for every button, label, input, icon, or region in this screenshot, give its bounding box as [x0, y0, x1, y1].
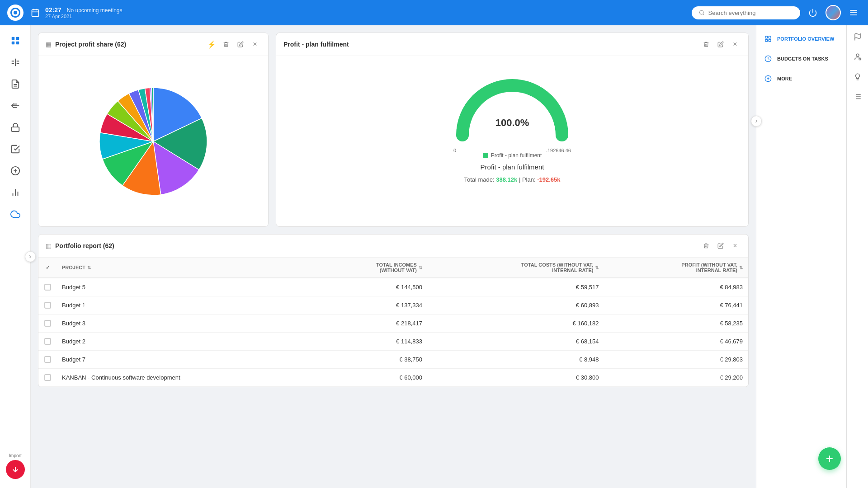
- gauge-svg: 100.0%: [453, 74, 571, 144]
- sidebar-collapse-chevron[interactable]: [25, 251, 36, 262]
- row-checkbox-cell[interactable]: [38, 278, 57, 296]
- table-row: KANBAN - Continuous software development…: [38, 369, 748, 387]
- sidebar-import-area: Import: [6, 453, 25, 483]
- more-icon: [764, 74, 773, 83]
- col-check: ✓: [38, 258, 57, 278]
- rp-portfolio-overview[interactable]: PORTFOLIO OVERVIEW: [756, 29, 846, 49]
- right-panel-items: PORTFOLIO OVERVIEW BUDGETS ON TASKS MORE: [756, 25, 846, 92]
- table-header-row: ✓ PROJECT ⇅ TOTAL INCOMES (WITHOUT VAT) …: [38, 258, 748, 278]
- table-edit-button[interactable]: [715, 240, 726, 252]
- pie-delete-button[interactable]: [220, 38, 232, 50]
- pie-edit-button[interactable]: [235, 38, 246, 50]
- row-profit: € 29,200: [604, 369, 748, 387]
- sidebar-item-dashboard[interactable]: [5, 31, 25, 51]
- gauge-widget-actions: ×: [700, 38, 741, 50]
- row-checkbox-cell[interactable]: [38, 351, 57, 369]
- power-button[interactable]: [806, 5, 820, 20]
- row-incomes: € 218,417: [314, 314, 428, 333]
- row-costs: € 8,948: [428, 351, 604, 369]
- svg-line-5: [703, 14, 704, 14]
- rp-budgets-on-tasks[interactable]: BUDGETS ON TASKS: [756, 49, 846, 69]
- row-costs: € 68,154: [428, 333, 604, 351]
- table-delete-button[interactable]: [700, 240, 712, 252]
- sidebar-item-tree[interactable]: [5, 52, 25, 72]
- table-row: Budget 2 € 114,833 € 68,154 € 46,679: [38, 333, 748, 351]
- plan-label: Plan:: [522, 176, 536, 183]
- budgets-on-tasks-icon: [764, 54, 773, 63]
- far-right-panel: [846, 25, 868, 488]
- far-right-flag-icon[interactable]: [849, 29, 866, 45]
- pie-close-button[interactable]: ×: [249, 38, 261, 50]
- import-button[interactable]: [6, 460, 25, 479]
- pie-widget-icon: ▦: [46, 41, 52, 48]
- gauge-edit-button[interactable]: [715, 38, 726, 50]
- row-project: Budget 1: [57, 296, 314, 314]
- row-incomes: € 144,500: [314, 278, 428, 296]
- svg-rect-28: [765, 36, 768, 38]
- rp-budgets-label: BUDGETS ON TASKS: [777, 56, 828, 61]
- pie-widget-header: ▦ Project profit share (62) ⚡ ×: [38, 33, 268, 56]
- gauge-body: 100.0% 0 -192646.46 Profit - plan fulfil…: [276, 56, 748, 227]
- pie-widget-title: Project profit share (62): [55, 41, 202, 48]
- table-row: Budget 3 € 218,417 € 160,182 € 58,235: [38, 314, 748, 333]
- plan-separator: |: [519, 176, 522, 183]
- far-right-user-search-icon[interactable]: [849, 49, 866, 65]
- row-profit: € 46,679: [604, 333, 748, 351]
- pie-chart-svg: [90, 78, 217, 205]
- row-checkbox-cell[interactable]: [38, 296, 57, 314]
- row-checkbox-cell[interactable]: [38, 333, 57, 351]
- row-project: Budget 2: [57, 333, 314, 351]
- main-layout: Import ▦ Project profit share (62) ⚡: [0, 25, 868, 488]
- total-made-value: 388.12k: [496, 176, 517, 183]
- gauge-widget-title: Profit - plan fulfilment: [283, 41, 697, 48]
- rp-more-label: MORE: [777, 76, 792, 81]
- calendar-area: 02:27 No upcoming meetings 27 Apr 2021: [29, 6, 123, 19]
- svg-rect-30: [765, 39, 768, 42]
- sidebar-item-timeline[interactable]: [5, 96, 25, 116]
- gauge-legend-dot: [483, 153, 488, 158]
- fab-add-button[interactable]: +: [818, 447, 841, 470]
- top-header: 02:27 No upcoming meetings 27 Apr 2021: [0, 0, 868, 25]
- user-avatar[interactable]: [826, 5, 841, 20]
- pie-flash-button[interactable]: ⚡: [206, 38, 217, 50]
- svg-text:100.0%: 100.0%: [495, 117, 529, 128]
- gauge-container: 100.0% 0 -192646.46: [453, 74, 571, 144]
- row-project: Budget 5: [57, 278, 314, 296]
- search-input[interactable]: [708, 9, 793, 16]
- table-widget-icon: ▦: [46, 242, 52, 249]
- gauge-widget: Profit - plan fulfilment ×: [276, 33, 749, 227]
- gauge-close-button[interactable]: ×: [729, 38, 741, 50]
- row-profit: € 29,803: [604, 351, 748, 369]
- table-row: Budget 1 € 137,334 € 60,893 € 76,441: [38, 296, 748, 314]
- sidebar-item-chart[interactable]: [5, 183, 25, 202]
- header-icons: [806, 5, 861, 20]
- far-right-lightbulb-icon[interactable]: [849, 69, 866, 85]
- far-right-task-list-icon[interactable]: [849, 89, 866, 105]
- table-widget-actions: ×: [700, 240, 741, 252]
- sidebar-item-cloud[interactable]: [5, 204, 25, 224]
- table-widget-title: Portfolio report (62): [55, 242, 697, 249]
- pie-widget-actions: ⚡ ×: [206, 38, 261, 50]
- rp-more[interactable]: MORE: [756, 69, 846, 89]
- portfolio-overview-icon: [764, 34, 773, 43]
- row-checkbox-cell[interactable]: [38, 314, 57, 333]
- right-panel-expand-chevron[interactable]: [751, 116, 762, 127]
- gauge-total: Total made: 388.12k | Plan: -192.65k: [464, 176, 560, 183]
- gauge-legend: Profit - plan fulfilment: [483, 152, 542, 159]
- gauge-delete-button[interactable]: [700, 38, 712, 50]
- content-area: ▦ Project profit share (62) ⚡ ×: [31, 25, 756, 488]
- svg-rect-29: [769, 36, 771, 38]
- sidebar-item-lock[interactable]: [5, 117, 25, 137]
- row-costs: € 60,893: [428, 296, 604, 314]
- sidebar-item-check[interactable]: [5, 139, 25, 159]
- col-project: PROJECT ⇅: [57, 258, 314, 278]
- search-box[interactable]: [692, 6, 800, 19]
- row-checkbox-cell[interactable]: [38, 369, 57, 387]
- table-close-button[interactable]: ×: [729, 240, 741, 252]
- logo[interactable]: [7, 5, 24, 21]
- svg-rect-0: [32, 9, 39, 16]
- hamburger-menu[interactable]: [846, 5, 861, 20]
- sidebar-item-documents[interactable]: [5, 74, 25, 94]
- top-row: ▦ Project profit share (62) ⚡ ×: [38, 33, 749, 227]
- sidebar-item-add-circle[interactable]: [5, 161, 25, 181]
